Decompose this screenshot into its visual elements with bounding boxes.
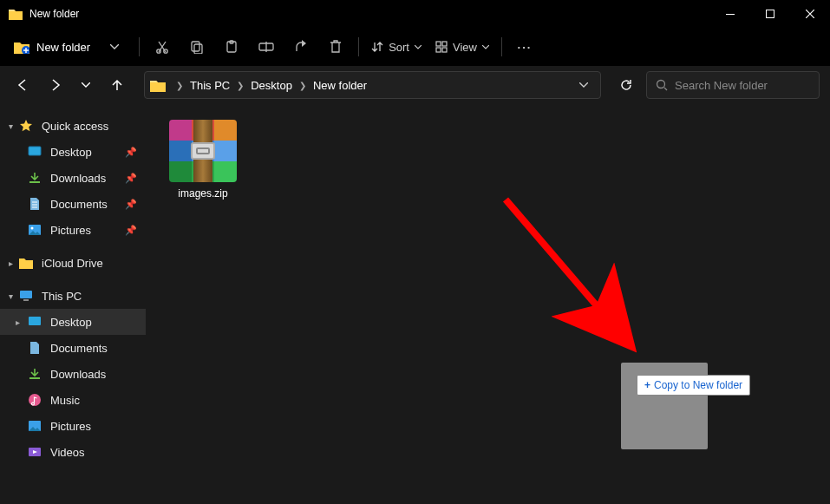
toolbar: New folder Sort View ··· [0,28,830,66]
search-input[interactable]: Search New folder [646,71,820,99]
window-controls [710,0,830,28]
view-label: View [453,41,477,54]
view-icon [435,41,448,53]
crumb-new-folder[interactable]: New folder [310,79,370,92]
plus-icon: + [644,379,650,391]
separator [358,37,359,56]
sidebar-item-label: This PC [42,290,82,303]
chevron-down-icon [415,45,422,49]
sidebar-item-documents[interactable]: Documents 📌 [0,191,146,217]
delete-button[interactable] [318,32,353,62]
new-folder-button[interactable]: New folder [7,32,99,62]
sidebar-item-label: Downloads [50,368,106,381]
crumb-desktop[interactable]: Desktop [247,79,296,92]
sidebar-item-quick-access[interactable]: ▾ Quick access [0,113,146,139]
file-item-images-zip[interactable]: images.zip [161,116,245,203]
desktop-icon [28,315,42,329]
svg-rect-22 [29,317,41,325]
chevron-right-icon: ▸ [12,317,23,327]
new-dropdown-button[interactable] [102,32,127,62]
crumb-this-pc[interactable]: This PC [186,79,233,92]
svg-rect-17 [29,181,40,183]
address-row: ❯ This PC ❯ Desktop ❯ New folder Search … [0,66,830,104]
chevron-right-icon: ▸ [5,258,16,268]
main-area: ▾ Quick access Desktop 📌 Downloads 📌 Doc… [0,104,830,504]
svg-rect-10 [436,42,441,46]
chevron-down-icon: ▾ [5,121,16,131]
view-button[interactable]: View [428,32,496,62]
titlebar: New folder [0,0,830,28]
sidebar-item-pc-documents[interactable]: Documents [0,335,146,361]
svg-rect-12 [436,48,441,52]
sidebar-item-label: Documents [50,342,108,355]
music-icon [28,393,42,407]
svg-rect-6 [194,44,202,54]
sidebar-item-pc-desktop[interactable]: ▸ Desktop [0,309,146,335]
new-folder-icon [14,40,29,54]
file-name: images.zip [178,187,227,200]
up-button[interactable] [104,72,130,98]
svg-rect-13 [442,48,447,52]
videos-icon [28,445,42,459]
pin-icon: 📌 [125,225,137,236]
rename-button[interactable] [249,32,284,62]
crumb-separator: ❯ [173,81,186,90]
drag-tooltip: + Copy to New folder [637,375,750,396]
annotation-arrow [488,182,662,356]
sidebar-item-pictures[interactable]: Pictures 📌 [0,217,146,243]
chevron-down-icon[interactable] [579,82,588,88]
search-icon [656,79,668,91]
sidebar-item-label: Videos [50,446,85,459]
paste-button[interactable] [214,32,249,62]
pc-icon [19,289,33,303]
back-button[interactable] [10,72,36,98]
sidebar-item-downloads[interactable]: Downloads 📌 [0,165,146,191]
sidebar-item-desktop[interactable]: Desktop 📌 [0,139,146,165]
downloads-icon [28,171,42,185]
svg-rect-20 [20,291,32,298]
folder-icon [19,256,33,270]
downloads-icon [28,367,42,381]
svg-rect-21 [23,299,29,301]
cut-button[interactable] [145,32,180,62]
window-title: New folder [29,8,710,20]
sort-icon [371,41,383,53]
drag-tooltip-text: Copy to New folder [654,379,742,391]
sidebar-item-pc-downloads[interactable]: Downloads [0,361,146,387]
documents-icon [28,341,42,355]
sidebar-item-pc-pictures[interactable]: Pictures [0,413,146,439]
forward-button[interactable] [42,72,68,98]
svg-point-19 [31,227,34,230]
sidebar-item-pc-videos[interactable]: Videos [0,439,146,465]
refresh-button[interactable] [611,71,641,99]
desktop-icon [28,145,42,159]
maximize-button[interactable] [750,0,790,28]
close-button[interactable] [790,0,830,28]
sort-button[interactable]: Sort [364,32,428,62]
copy-button[interactable] [180,32,214,62]
search-placeholder: Search New folder [675,79,768,92]
sidebar-item-label: Pictures [50,224,91,237]
history-dropdown-button[interactable] [73,72,99,98]
content-pane[interactable]: images.zip + Copy to New folder [146,104,830,504]
sidebar-item-label: iCloud Drive [42,257,103,270]
svg-rect-5 [192,42,199,51]
address-bar[interactable]: ❯ This PC ❯ Desktop ❯ New folder [144,71,601,99]
svg-line-27 [506,200,610,321]
archive-icon [169,120,237,182]
svg-point-14 [657,81,665,88]
more-options-button[interactable]: ··· [507,32,542,62]
sidebar-item-label: Desktop [50,316,92,329]
svg-rect-15 [29,147,41,155]
svg-rect-23 [29,377,40,379]
star-icon [19,119,33,133]
chevron-down-icon [482,45,489,49]
sidebar-item-label: Pictures [50,420,91,433]
folder-icon [150,78,166,92]
sidebar-item-pc-music[interactable]: Music [0,387,146,413]
share-button[interactable] [284,32,318,62]
sidebar-item-this-pc[interactable]: ▾ This PC [0,283,146,309]
folder-icon [9,8,23,20]
sidebar-item-icloud-drive[interactable]: ▸ iCloud Drive [0,250,146,276]
minimize-button[interactable] [710,0,750,28]
